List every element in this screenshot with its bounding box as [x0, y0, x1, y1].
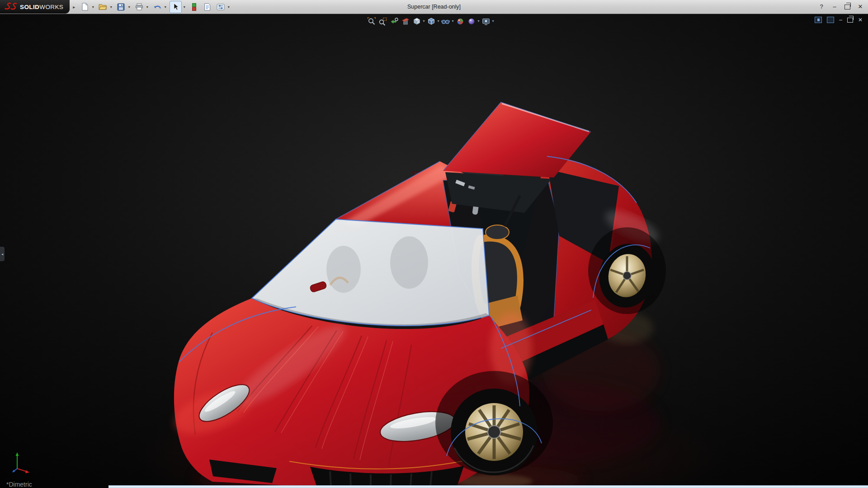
triad-axes-icon: [12, 450, 33, 474]
display-style-button[interactable]: [426, 16, 436, 26]
feature-edges: [179, 156, 650, 456]
pane-toggle-left-button[interactable]: [815, 17, 822, 23]
edit-appearance-button[interactable]: [455, 16, 465, 26]
gullwing-door: [443, 102, 591, 226]
options-icon: [217, 4, 225, 10]
print-caret[interactable]: ▾: [145, 1, 150, 13]
document-title: Supercar [Read-only]: [407, 0, 461, 14]
section-view-button[interactable]: [401, 16, 410, 26]
open-folder-icon: [99, 3, 107, 10]
menu-expand-arrow[interactable]: ▸: [70, 5, 78, 9]
car-model: [0, 14, 868, 488]
close-document-button[interactable]: ✕: [858, 17, 863, 23]
featuremanager-collapse-tab[interactable]: ◂: [0, 247, 5, 261]
new-document-icon: [81, 3, 89, 11]
file-properties-button[interactable]: [202, 1, 213, 13]
view-orientation-label: *Dimetric: [6, 481, 32, 488]
rear-wheel: [588, 227, 666, 314]
titlebar: SOLIDWORKS ▸ ▾ ▾ ▾: [0, 0, 868, 14]
select-tool-caret[interactable]: ▾: [182, 1, 187, 13]
select-tool-button[interactable]: [170, 1, 182, 13]
new-document-caret[interactable]: ▾: [90, 1, 95, 13]
undo-arrow-icon: [153, 4, 161, 10]
zoom-to-fit-icon: [367, 17, 376, 26]
pane-toggle-left-icon: [817, 19, 820, 21]
headlights: [194, 378, 458, 446]
quick-access-toolbar: ▾ ▾ ▾ ▾: [79, 1, 231, 13]
hide-show-glasses-icon: [441, 17, 450, 26]
display-style-caret[interactable]: ▾: [436, 16, 441, 26]
zoom-to-area-icon: [378, 17, 387, 26]
graphics-area[interactable]: ▾ ▾ ▾: [0, 14, 868, 488]
undo-button[interactable]: [151, 1, 163, 13]
display-style-icon: [427, 17, 435, 26]
hide-show-items-button[interactable]: [441, 16, 451, 26]
view-orientation-cube-icon: [412, 17, 421, 26]
previous-view-icon: [390, 17, 398, 26]
restore-document-button[interactable]: [847, 18, 853, 23]
zoom-to-area-button[interactable]: [378, 16, 388, 26]
save-floppy-icon: [117, 3, 125, 11]
side-mirror: [309, 281, 327, 293]
interior-seat: [448, 201, 524, 330]
collapse-arrow-icon: ◂: [1, 252, 3, 256]
apply-scene-caret[interactable]: ▾: [476, 16, 481, 26]
print-icon: [135, 3, 143, 10]
open-button[interactable]: [97, 1, 108, 13]
open-caret[interactable]: ▾: [108, 1, 113, 13]
rebuild-button[interactable]: [189, 1, 200, 13]
select-cursor-icon: [173, 3, 179, 10]
windshield: [252, 219, 489, 326]
close-app-button[interactable]: ✕: [857, 0, 863, 14]
print-button[interactable]: [133, 1, 145, 13]
apply-scene-sphere-icon: [467, 17, 476, 26]
save-button[interactable]: [115, 1, 127, 13]
minimize-app-button[interactable]: –: [831, 0, 838, 14]
heads-up-view-toolbar: ▾ ▾ ▾: [367, 16, 495, 26]
options-caret[interactable]: ▾: [226, 1, 231, 13]
floor-reflection: [194, 313, 660, 488]
orientation-triad: [12, 450, 33, 476]
save-caret[interactable]: ▾: [127, 1, 132, 13]
view-settings-button[interactable]: [481, 16, 491, 26]
edit-appearance-ball-icon: [456, 17, 464, 26]
apply-scene-button[interactable]: [467, 16, 476, 26]
front-wheel: [435, 371, 553, 475]
help-button[interactable]: ?: [818, 0, 825, 14]
view-orientation-button[interactable]: [412, 16, 422, 26]
solidworks-logo: SOLIDWORKS: [0, 0, 70, 14]
undo-caret[interactable]: ▾: [163, 1, 168, 13]
view-settings-caret[interactable]: ▾: [491, 16, 495, 26]
previous-view-button[interactable]: [389, 16, 399, 26]
options-button[interactable]: [215, 1, 226, 13]
status-bar-edge: [108, 485, 868, 488]
view-settings-icon: [481, 17, 490, 26]
pane-toggle-right-button[interactable]: [827, 17, 834, 23]
app-window-controls: ? – ✕: [818, 0, 863, 14]
new-document-button[interactable]: [79, 1, 90, 13]
rebuild-traffic-light-icon: [192, 3, 196, 11]
solidworks-wordmark: SOLIDWORKS: [20, 4, 63, 10]
view-orientation-caret[interactable]: ▾: [422, 16, 426, 26]
document-window-controls: – ✕: [815, 17, 863, 23]
section-view-icon: [401, 17, 410, 26]
solidworks-logo-icon: [4, 2, 17, 12]
hide-show-items-caret[interactable]: ▾: [451, 16, 455, 26]
minimize-document-button[interactable]: –: [839, 17, 842, 23]
file-properties-icon: [204, 3, 211, 11]
zoom-to-fit-button[interactable]: [367, 16, 377, 26]
restore-app-button[interactable]: [844, 5, 850, 9]
